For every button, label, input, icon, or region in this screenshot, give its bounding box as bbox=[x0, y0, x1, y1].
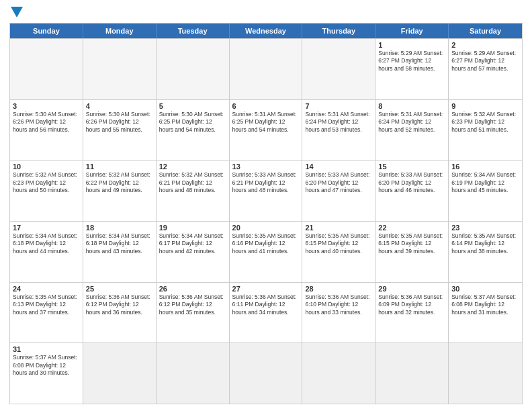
cal-cell-r2-c6: 16Sunrise: 5:34 AM Sunset: 6:19 PM Dayli… bbox=[449, 161, 522, 221]
day-info: Sunrise: 5:32 AM Sunset: 6:23 PM Dayligh… bbox=[13, 171, 80, 194]
day-info: Sunrise: 5:35 AM Sunset: 6:15 PM Dayligh… bbox=[378, 232, 445, 255]
cal-cell-r5-c4 bbox=[302, 343, 375, 404]
day-info: Sunrise: 5:36 AM Sunset: 6:10 PM Dayligh… bbox=[305, 293, 372, 316]
day-number: 11 bbox=[86, 163, 153, 171]
logo-container bbox=[9, 7, 23, 19]
cal-cell-r1-c6: 9Sunrise: 5:32 AM Sunset: 6:23 PM Daylig… bbox=[449, 100, 522, 161]
weekday-header-friday: Friday bbox=[375, 24, 449, 38]
cal-cell-r0-c1 bbox=[83, 39, 157, 99]
day-number: 23 bbox=[451, 224, 519, 232]
weekday-header-tuesday: Tuesday bbox=[157, 24, 230, 38]
weekday-header-wednesday: Wednesday bbox=[230, 24, 303, 38]
cal-cell-r3-c4: 21Sunrise: 5:35 AM Sunset: 6:15 PM Dayli… bbox=[302, 222, 375, 282]
cal-cell-r1-c0: 3Sunrise: 5:30 AM Sunset: 6:26 PM Daylig… bbox=[10, 100, 83, 161]
calendar: SundayMondayTuesdayWednesdayThursdayFrid… bbox=[9, 23, 523, 404]
day-number: 28 bbox=[305, 285, 372, 293]
svg-marker-3 bbox=[11, 7, 23, 17]
calendar-row-0: 1Sunrise: 5:29 AM Sunset: 6:27 PM Daylig… bbox=[10, 38, 522, 99]
calendar-page: General Blue SundayMondayTuesdayWedn bbox=[0, 0, 532, 411]
day-info: Sunrise: 5:35 AM Sunset: 6:15 PM Dayligh… bbox=[305, 232, 372, 255]
day-number: 6 bbox=[232, 102, 300, 110]
cal-cell-r4-c4: 28Sunrise: 5:36 AM Sunset: 6:10 PM Dayli… bbox=[302, 283, 375, 343]
day-number: 30 bbox=[451, 285, 519, 293]
day-info: Sunrise: 5:34 AM Sunset: 6:18 PM Dayligh… bbox=[86, 232, 153, 255]
cal-cell-r1-c4: 7Sunrise: 5:31 AM Sunset: 6:24 PM Daylig… bbox=[302, 100, 375, 161]
cal-cell-r5-c6 bbox=[449, 343, 522, 404]
cal-cell-r1-c1: 4Sunrise: 5:30 AM Sunset: 6:26 PM Daylig… bbox=[83, 100, 157, 161]
day-info: Sunrise: 5:29 AM Sunset: 6:27 PM Dayligh… bbox=[378, 50, 445, 73]
day-number: 25 bbox=[86, 285, 153, 293]
day-number: 10 bbox=[13, 163, 80, 171]
cal-cell-r4-c1: 25Sunrise: 5:36 AM Sunset: 6:12 PM Dayli… bbox=[83, 283, 157, 343]
day-info: Sunrise: 5:34 AM Sunset: 6:17 PM Dayligh… bbox=[159, 232, 226, 255]
calendar-row-4: 24Sunrise: 5:35 AM Sunset: 6:13 PM Dayli… bbox=[10, 282, 522, 343]
cal-cell-r3-c2: 19Sunrise: 5:34 AM Sunset: 6:17 PM Dayli… bbox=[157, 222, 230, 282]
day-number: 1 bbox=[378, 41, 445, 49]
cal-cell-r0-c4 bbox=[302, 39, 375, 99]
day-number: 29 bbox=[378, 285, 445, 293]
day-number: 21 bbox=[305, 224, 372, 232]
header: General Blue bbox=[9, 7, 523, 19]
day-number: 31 bbox=[13, 345, 80, 353]
cal-cell-r2-c1: 11Sunrise: 5:32 AM Sunset: 6:22 PM Dayli… bbox=[83, 161, 157, 221]
cal-cell-r4-c3: 27Sunrise: 5:36 AM Sunset: 6:11 PM Dayli… bbox=[230, 283, 303, 343]
day-info: Sunrise: 5:33 AM Sunset: 6:20 PM Dayligh… bbox=[305, 171, 372, 194]
day-number: 17 bbox=[13, 224, 80, 232]
day-number: 19 bbox=[159, 224, 226, 232]
cal-cell-r4-c2: 26Sunrise: 5:36 AM Sunset: 6:12 PM Dayli… bbox=[157, 283, 230, 343]
day-number: 8 bbox=[378, 102, 445, 110]
cal-cell-r3-c6: 23Sunrise: 5:35 AM Sunset: 6:14 PM Dayli… bbox=[449, 222, 522, 282]
day-number: 2 bbox=[451, 41, 519, 49]
day-info: Sunrise: 5:35 AM Sunset: 6:13 PM Dayligh… bbox=[13, 293, 80, 316]
day-info: Sunrise: 5:30 AM Sunset: 6:26 PM Dayligh… bbox=[13, 111, 80, 134]
day-number: 18 bbox=[86, 224, 153, 232]
day-info: Sunrise: 5:36 AM Sunset: 6:09 PM Dayligh… bbox=[378, 293, 445, 316]
day-number: 5 bbox=[159, 102, 226, 110]
day-info: Sunrise: 5:36 AM Sunset: 6:12 PM Dayligh… bbox=[159, 293, 226, 316]
day-number: 3 bbox=[13, 102, 80, 110]
day-number: 9 bbox=[451, 102, 519, 110]
day-number: 27 bbox=[232, 285, 300, 293]
day-info: Sunrise: 5:33 AM Sunset: 6:20 PM Dayligh… bbox=[378, 171, 445, 194]
cal-cell-r5-c5 bbox=[375, 343, 449, 404]
cal-cell-r5-c1 bbox=[83, 343, 157, 404]
cal-cell-r3-c0: 17Sunrise: 5:34 AM Sunset: 6:18 PM Dayli… bbox=[10, 222, 83, 282]
day-info: Sunrise: 5:31 AM Sunset: 6:24 PM Dayligh… bbox=[305, 111, 372, 134]
cal-cell-r2-c5: 15Sunrise: 5:33 AM Sunset: 6:20 PM Dayli… bbox=[375, 161, 449, 221]
logo-triangle-icon bbox=[11, 7, 23, 17]
day-number: 14 bbox=[305, 163, 372, 171]
day-info: Sunrise: 5:37 AM Sunset: 6:08 PM Dayligh… bbox=[451, 293, 519, 316]
day-number: 12 bbox=[159, 163, 226, 171]
day-info: Sunrise: 5:36 AM Sunset: 6:11 PM Dayligh… bbox=[232, 293, 300, 316]
day-number: 24 bbox=[13, 285, 80, 293]
cal-cell-r3-c1: 18Sunrise: 5:34 AM Sunset: 6:18 PM Dayli… bbox=[83, 222, 157, 282]
cal-cell-r2-c2: 12Sunrise: 5:32 AM Sunset: 6:21 PM Dayli… bbox=[157, 161, 230, 221]
cal-cell-r1-c3: 6Sunrise: 5:31 AM Sunset: 6:25 PM Daylig… bbox=[230, 100, 303, 161]
cal-cell-r5-c2 bbox=[157, 343, 230, 404]
weekday-header-sunday: Sunday bbox=[10, 24, 83, 38]
day-number: 13 bbox=[232, 163, 300, 171]
day-info: Sunrise: 5:35 AM Sunset: 6:16 PM Dayligh… bbox=[232, 232, 300, 255]
calendar-row-1: 3Sunrise: 5:30 AM Sunset: 6:26 PM Daylig… bbox=[10, 99, 522, 161]
day-info: Sunrise: 5:35 AM Sunset: 6:14 PM Dayligh… bbox=[451, 232, 519, 255]
day-info: Sunrise: 5:32 AM Sunset: 6:21 PM Dayligh… bbox=[159, 171, 226, 194]
day-info: Sunrise: 5:32 AM Sunset: 6:23 PM Dayligh… bbox=[451, 111, 519, 134]
cal-cell-r2-c0: 10Sunrise: 5:32 AM Sunset: 6:23 PM Dayli… bbox=[10, 161, 83, 221]
day-info: Sunrise: 5:31 AM Sunset: 6:24 PM Dayligh… bbox=[378, 111, 445, 134]
day-info: Sunrise: 5:32 AM Sunset: 6:22 PM Dayligh… bbox=[86, 171, 153, 194]
cal-cell-r0-c3 bbox=[230, 39, 303, 99]
cal-cell-r0-c0 bbox=[10, 39, 83, 99]
cal-cell-r1-c5: 8Sunrise: 5:31 AM Sunset: 6:24 PM Daylig… bbox=[375, 100, 449, 161]
calendar-row-5: 31Sunrise: 5:37 AM Sunset: 6:08 PM Dayli… bbox=[10, 342, 522, 404]
calendar-body: 1Sunrise: 5:29 AM Sunset: 6:27 PM Daylig… bbox=[10, 38, 522, 404]
calendar-row-2: 10Sunrise: 5:32 AM Sunset: 6:23 PM Dayli… bbox=[10, 160, 522, 221]
day-info: Sunrise: 5:36 AM Sunset: 6:12 PM Dayligh… bbox=[86, 293, 153, 316]
day-info: Sunrise: 5:34 AM Sunset: 6:18 PM Dayligh… bbox=[13, 232, 80, 255]
cal-cell-r0-c5: 1Sunrise: 5:29 AM Sunset: 6:27 PM Daylig… bbox=[375, 39, 449, 99]
cal-cell-r4-c6: 30Sunrise: 5:37 AM Sunset: 6:08 PM Dayli… bbox=[449, 283, 522, 343]
day-info: Sunrise: 5:29 AM Sunset: 6:27 PM Dayligh… bbox=[451, 50, 519, 73]
day-info: Sunrise: 5:30 AM Sunset: 6:25 PM Dayligh… bbox=[159, 111, 226, 134]
weekday-header-saturday: Saturday bbox=[449, 24, 522, 38]
cal-cell-r3-c3: 20Sunrise: 5:35 AM Sunset: 6:16 PM Dayli… bbox=[230, 222, 303, 282]
cal-cell-r0-c2 bbox=[157, 39, 230, 99]
